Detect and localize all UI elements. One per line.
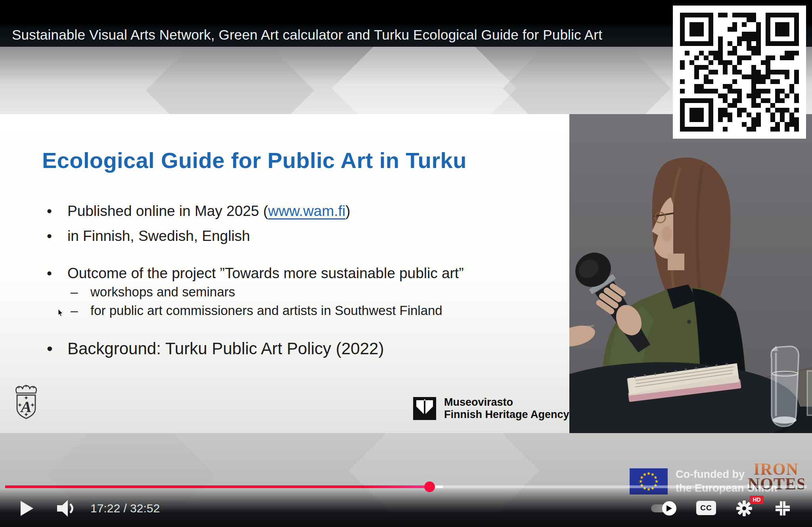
bullet-marker: • <box>47 265 67 282</box>
bullet-marker: • <box>47 339 67 358</box>
video-player[interactable]: Sustainable Visual Arts Network, Green A… <box>0 0 812 527</box>
slide-title: Ecological Guide for Public Art in Turku <box>42 147 467 173</box>
captions-button[interactable]: CC <box>696 501 716 515</box>
slide-bullet-4: • Background: Turku Public Art Policy (2… <box>47 339 384 358</box>
play-button[interactable] <box>21 501 34 516</box>
slide-bullet-3: • Outcome of the project ”Towards more s… <box>47 265 463 282</box>
slide-subbullet-2-text: for public art commissioners and artists… <box>90 303 442 318</box>
museovirasto-logo: Museovirasto Finnish Heritage Agency <box>412 396 569 421</box>
slide-subbullet-1: – workshops and seminars <box>71 285 235 300</box>
bullet-marker: • <box>47 203 67 220</box>
presentation-slide: Ecological Guide for Public Art in Turku… <box>0 114 569 433</box>
hd-quality-badge: HD <box>750 496 764 504</box>
progress-bar[interactable] <box>5 485 807 488</box>
speaker-photo <box>569 114 812 433</box>
video-title: Sustainable Visual Arts Network, Green A… <box>12 27 602 43</box>
slide-bullet-2: • in Finnish, Swedish, English <box>47 228 250 244</box>
autoplay-toggle-knob[interactable] <box>662 501 676 516</box>
progress-played <box>5 485 429 488</box>
slide-subbullet-1-text: workshops and seminars <box>90 285 235 300</box>
slide-bullet-1: • Published online in May 2025 (www.wam.… <box>47 203 350 220</box>
autoplay-play-icon <box>666 505 672 512</box>
time-display: 17:22 / 32:52 <box>90 502 160 515</box>
progress-scrubber[interactable] <box>424 481 435 492</box>
museovirasto-text: Museovirasto Finnish Heritage Agency <box>444 396 569 421</box>
slide-bullet-3-text: Outcome of the project ”Towards more sus… <box>67 265 463 282</box>
mouse-cursor <box>58 309 64 317</box>
controls-shade <box>0 456 812 527</box>
museovirasto-book-icon <box>412 396 437 421</box>
svg-text:A: A <box>20 398 32 416</box>
turku-coat-of-arms-icon: A <box>13 384 39 421</box>
exit-fullscreen-icon[interactable] <box>774 500 791 517</box>
bullet-marker: • <box>47 228 67 244</box>
slide-bullet-1-text: Published online in May 2025 (www.wam.fi… <box>67 203 350 220</box>
dash-marker: – <box>71 285 90 300</box>
qr-pattern <box>673 6 806 139</box>
slide-bullet-4-text: Background: Turku Public Art Policy (202… <box>67 339 384 358</box>
wam-link[interactable]: www.wam.fi <box>268 203 345 219</box>
qr-code <box>673 6 806 139</box>
dash-marker: – <box>71 303 90 318</box>
slide-bullet-2-text: in Finnish, Swedish, English <box>67 228 250 244</box>
volume-button[interactable] <box>57 500 76 517</box>
slide-subbullet-2: – for public art commissioners and artis… <box>71 303 442 318</box>
